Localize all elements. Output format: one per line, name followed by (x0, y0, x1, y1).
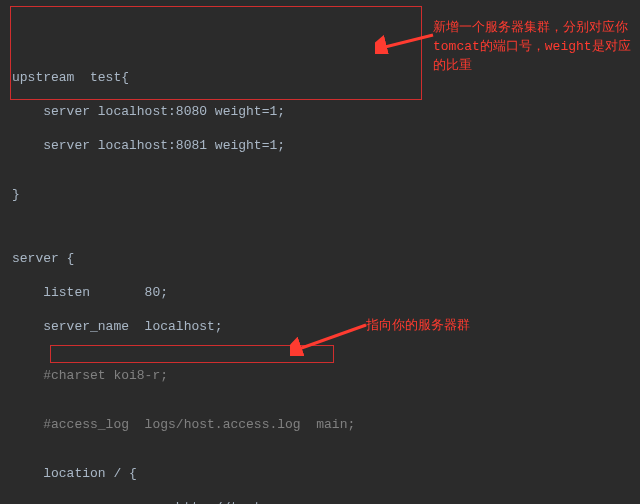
annotation-upstream: 新增一个服务器集群，分别对应你tomcat的端口号，weight是对应的比重 (433, 18, 638, 75)
code-line: server localhost:8081 weight=1; (12, 136, 640, 155)
code-line: server_name localhost; (12, 317, 640, 336)
code-line: location / { (12, 464, 640, 483)
code-line: } (12, 185, 640, 204)
highlight-box-proxy-pass (50, 345, 334, 363)
code-line: server { (12, 249, 640, 268)
code-line: server localhost:8080 weight=1; (12, 102, 640, 121)
svg-line-1 (381, 35, 433, 48)
annotation-proxy: 指向你的服务器群 (366, 316, 470, 334)
code-line: proxy_pass http://test; (12, 498, 640, 504)
code-comment: #access_log logs/host.access.log main; (12, 415, 640, 434)
arrow-icon (375, 32, 435, 54)
code-comment: #charset koi8-r; (12, 366, 640, 385)
code-line: listen 80; (12, 283, 640, 302)
